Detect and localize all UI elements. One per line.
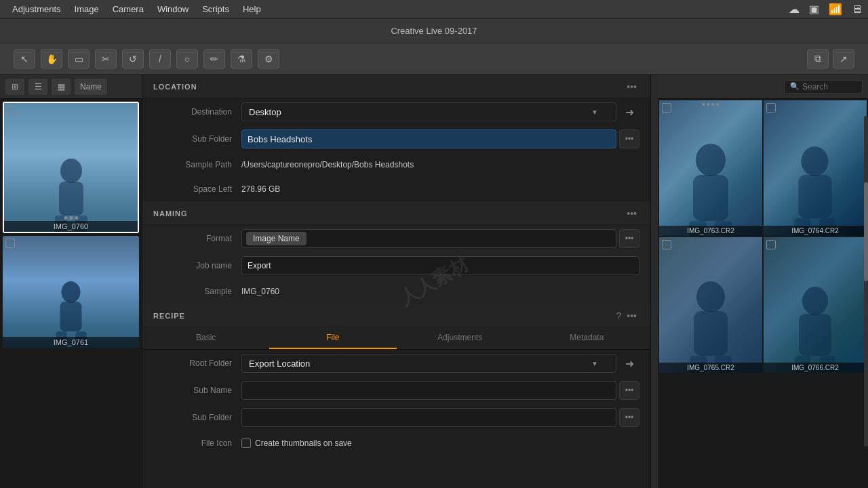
location-menu-btn[interactable]: •••	[624, 81, 639, 92]
location-header: LOCATION •••	[142, 75, 650, 98]
menu-image[interactable]: Image	[68, 3, 106, 16]
svg-rect-21	[799, 314, 831, 356]
file-icon-row: File Icon Create thumbnails on save	[142, 431, 650, 455]
dot-2	[69, 216, 73, 220]
subfolder-menu-btn[interactable]: •••	[619, 129, 639, 148]
search-input[interactable]	[802, 82, 856, 92]
recipe-subfolder-label: Sub Folder	[153, 413, 241, 422]
root-folder-dropdown[interactable]: Export Location ▼	[241, 354, 616, 373]
format-tag: Image Name	[246, 232, 307, 245]
thumb-dots-0760	[64, 216, 78, 220]
tab-basic[interactable]: Basic	[142, 327, 269, 349]
format-row: Format Image Name •••	[142, 225, 650, 252]
thumbnails-checkbox[interactable]	[241, 439, 251, 448]
destination-navigate-btn[interactable]: ➜	[619, 102, 639, 121]
menu-scripts[interactable]: Scripts	[195, 3, 236, 16]
menu-adjustments[interactable]: Adjustments	[5, 3, 68, 16]
right-thumb-dots-1	[703, 103, 719, 106]
scroll-thumb[interactable]	[864, 182, 868, 281]
ellipse-tool[interactable]: ○	[176, 49, 198, 68]
scrollbar[interactable]	[864, 116, 868, 447]
root-folder-label: Root Folder	[153, 359, 241, 368]
recipe-subfolder-input[interactable]	[241, 408, 616, 427]
layers-icon[interactable]: ⧉	[807, 49, 829, 68]
thumb-checkbox-0760[interactable]	[7, 106, 16, 115]
svg-point-12	[802, 146, 829, 176]
format-input-area[interactable]: Image Name	[241, 229, 616, 248]
file-icon-label: File Icon	[153, 439, 241, 448]
naming-title: NAMING	[153, 209, 624, 218]
thumb-photo-0760	[4, 103, 138, 232]
patch-tool[interactable]: ⚙	[258, 49, 279, 68]
destination-dropdown[interactable]: Desktop ▼	[241, 102, 616, 121]
sub-name-row: Sub Name •••	[142, 377, 650, 404]
job-name-input[interactable]	[241, 256, 639, 275]
grid-view-btn[interactable]: ⊞	[5, 79, 24, 95]
sub-name-input[interactable]	[241, 381, 616, 400]
recipe-subfolder-menu-btn[interactable]: •••	[619, 408, 639, 427]
recipe-menu-btn[interactable]: •••	[624, 310, 639, 321]
destination-row: Destination Desktop ▼ ➜	[142, 98, 650, 125]
thumbnail-item-0761[interactable]: IMG_0761	[3, 236, 139, 348]
search-icon: 🔍	[790, 82, 800, 91]
thumb-label-0761: IMG_0761	[3, 337, 139, 348]
sample-path-label: Sample Path	[153, 160, 241, 169]
right-thumb-0764[interactable]: IMG_0764.CR2	[764, 100, 867, 236]
creative-cloud-icon[interactable]: ☁	[789, 3, 800, 16]
right-thumb-0765[interactable]: IMG_0765.CR2	[659, 237, 762, 373]
right-thumb-checkbox-0765[interactable]	[662, 240, 671, 249]
menu-camera[interactable]: Camera	[106, 3, 151, 16]
root-folder-navigate-btn[interactable]: ➜	[619, 354, 639, 373]
root-folder-value: Export Location	[249, 359, 310, 369]
lasso-tool[interactable]: ✂	[95, 49, 117, 68]
naming-menu-btn[interactable]: •••	[624, 208, 639, 219]
right-thumb-checkbox-0766[interactable]	[766, 240, 776, 249]
svg-point-0	[60, 159, 82, 183]
hand-tool[interactable]: ✋	[41, 49, 62, 68]
tab-adjustments[interactable]: Adjustments	[397, 327, 524, 349]
naming-sample-label: Sample	[153, 287, 241, 296]
sort-name-btn[interactable]: Name	[75, 79, 107, 95]
location-section: LOCATION ••• Destination Desktop ▼ ➜ Sub…	[142, 75, 650, 201]
right-thumb-0766[interactable]: IMG_0766.CR2	[764, 237, 867, 373]
select-tool[interactable]: ↖	[14, 49, 35, 68]
search-box[interactable]: 🔍	[784, 80, 863, 94]
eyedropper-tool[interactable]: ⚗	[231, 49, 252, 68]
thumbnail-item-0760[interactable]: IMG_0760	[3, 102, 139, 233]
svg-point-4	[61, 281, 80, 303]
subfolder-row: Sub Folder •••	[142, 125, 650, 152]
title-text: Creative Live 09-2017	[391, 26, 477, 36]
line-tool[interactable]: /	[149, 49, 171, 68]
expand-icon[interactable]: ↗	[833, 49, 854, 68]
brush-tool[interactable]: ✏	[203, 49, 225, 68]
destination-arrow-icon: ▼	[591, 108, 598, 116]
settings-panel: LOCATION ••• Destination Desktop ▼ ➜ Sub…	[142, 75, 651, 488]
menu-window[interactable]: Window	[151, 3, 195, 16]
location-title: LOCATION	[153, 83, 624, 91]
naming-section: NAMING ••• Format Image Name ••• Job nam…	[142, 201, 650, 304]
recipe-help-btn[interactable]: ?	[613, 310, 624, 321]
thumb-photo-0761	[3, 236, 139, 348]
thumbnails-label: Create thumbnails on save	[255, 439, 352, 448]
strip-header: ⊞ ☰ ▦ Name	[0, 75, 142, 99]
rotate-tool[interactable]: ↺	[122, 49, 144, 68]
thumb-checkbox-0761[interactable]	[5, 239, 15, 248]
sub-name-menu-btn[interactable]: •••	[619, 381, 639, 400]
naming-header: NAMING •••	[142, 201, 650, 225]
recipe-header: RECIPE ? •••	[142, 304, 650, 327]
filmstrip-view-btn[interactable]: ▦	[52, 79, 71, 95]
right-thumb-0763[interactable]: IMG_0763.CR2	[659, 100, 762, 236]
main-area: ⊞ ☰ ▦ Name	[0, 75, 868, 488]
tab-metadata[interactable]: Metadata	[524, 327, 650, 349]
right-thumb-checkbox-0764[interactable]	[766, 103, 776, 113]
right-person-1	[684, 141, 738, 236]
tab-file[interactable]: File	[269, 327, 396, 349]
menu-help[interactable]: Help	[236, 3, 268, 16]
subfolder-input[interactable]	[241, 129, 616, 148]
right-thumb-checkbox-0763[interactable]	[662, 103, 671, 113]
crop-tool[interactable]: ▭	[68, 49, 90, 68]
list-view-btn[interactable]: ☰	[28, 79, 47, 95]
destination-label: Destination	[153, 107, 241, 117]
format-menu-btn[interactable]: •••	[619, 229, 639, 248]
recipe-section: RECIPE ? ••• Basic File Adjustments Meta…	[142, 304, 650, 455]
